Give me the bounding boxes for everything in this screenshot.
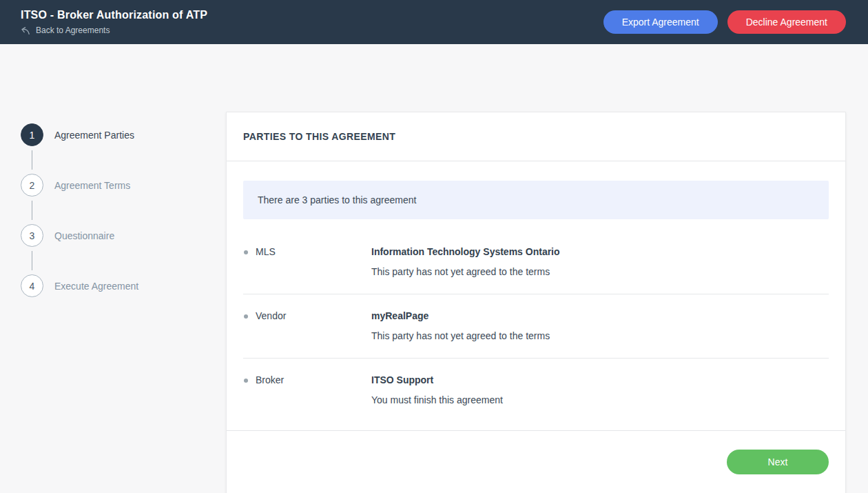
card-body: There are 3 parties to this agreement ML… <box>227 161 845 430</box>
card-footer: Next <box>227 430 845 493</box>
stepper-step-agreement-parties[interactable]: 1 Agreement Parties <box>21 123 207 146</box>
step-number-badge: 4 <box>21 274 43 297</box>
parties-card: PARTIES TO THIS AGREEMENT There are 3 pa… <box>226 112 846 493</box>
step-number-badge: 2 <box>21 174 43 197</box>
party-role: Vendor <box>256 310 286 323</box>
bullet-icon <box>244 379 248 383</box>
step-number-badge: 1 <box>21 123 43 146</box>
top-bar: ITSO - Broker Authorization of ATP Back … <box>0 0 868 44</box>
stepper-step-questionnaire[interactable]: 3 Questionnaire <box>21 224 207 247</box>
party-role: MLS <box>256 245 276 259</box>
party-row-broker: Broker ITSO Support You must finish this… <box>243 359 829 430</box>
step-label: Execute Agreement <box>54 281 138 292</box>
party-name: myRealPage <box>371 310 829 323</box>
back-to-agreements-link[interactable]: Back to Agreements <box>21 26 207 35</box>
back-link-label: Back to Agreements <box>36 26 110 35</box>
party-name: ITSO Support <box>371 374 829 387</box>
card-title: PARTIES TO THIS AGREEMENT <box>243 131 395 142</box>
decline-agreement-button[interactable]: Decline Agreement <box>727 10 846 34</box>
stepper-step-agreement-terms[interactable]: 2 Agreement Terms <box>21 174 207 197</box>
step-label: Agreement Parties <box>54 130 134 141</box>
party-status: You must finish this agreement <box>371 394 829 407</box>
party-name: Information Technology Systems Ontario <box>371 245 829 259</box>
parties-count-notice: There are 3 parties to this agreement <box>243 181 829 219</box>
stepper-step-execute-agreement[interactable]: 4 Execute Agreement <box>21 274 207 297</box>
page-title: ITSO - Broker Authorization of ATP <box>21 9 207 21</box>
stepper-connector <box>32 201 32 220</box>
step-label: Agreement Terms <box>54 180 130 191</box>
bullet-icon <box>244 314 248 319</box>
party-row-mls: MLS Information Technology Systems Ontar… <box>243 230 829 294</box>
back-arrow-icon <box>21 26 30 35</box>
stepper-connector <box>32 251 32 270</box>
step-label: Questionnaire <box>54 230 114 241</box>
party-status: This party has not yet agreed to the ter… <box>371 330 829 343</box>
party-status: This party has not yet agreed to the ter… <box>371 265 829 279</box>
card-header: PARTIES TO THIS AGREEMENT <box>227 112 845 161</box>
next-button[interactable]: Next <box>727 450 829 474</box>
party-role: Broker <box>256 374 284 387</box>
party-row-vendor: Vendor myRealPage This party has not yet… <box>243 294 829 359</box>
bullet-icon <box>244 250 248 254</box>
page-content: 1 Agreement Parties 2 Agreement Terms 3 … <box>0 44 868 493</box>
party-list: MLS Information Technology Systems Ontar… <box>243 230 829 430</box>
agreement-stepper: 1 Agreement Parties 2 Agreement Terms 3 … <box>21 123 207 297</box>
stepper-connector <box>32 150 32 170</box>
step-number-badge: 3 <box>21 224 43 247</box>
export-agreement-button[interactable]: Export Agreement <box>603 10 718 34</box>
